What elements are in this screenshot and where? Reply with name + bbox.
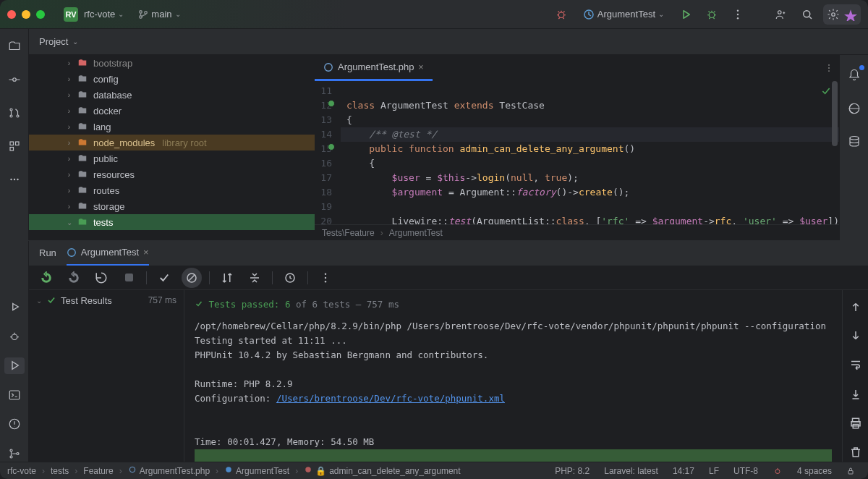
tab-close-icon[interactable]: × [419, 62, 424, 72]
rerun-failed-button[interactable] [64, 268, 84, 288]
soft-wrap-icon[interactable] [846, 355, 866, 374]
notifications-icon[interactable] [844, 65, 864, 85]
pull-requests-icon[interactable] [4, 103, 25, 123]
ai-assist-icon[interactable] [843, 7, 858, 22]
tree-item[interactable]: ›docker [29, 103, 315, 119]
status-encoding[interactable]: UTF-8 [733, 466, 758, 476]
close-icon[interactable] [7, 10, 16, 19]
scroll-down-icon[interactable] [846, 326, 866, 345]
clear-console-icon[interactable] [846, 443, 866, 462]
scroll-to-end-icon[interactable] [846, 385, 866, 404]
ai-bug-icon[interactable] [551, 4, 571, 25]
run-config-selector[interactable]: ArgumentTest ⌄ [577, 9, 670, 20]
database-tool-icon[interactable] [844, 132, 864, 152]
tree-item[interactable]: ›bootstrap [29, 55, 315, 71]
status-php[interactable]: PHP: 8.2 [555, 466, 590, 476]
debug-button[interactable] [702, 4, 722, 25]
settings-ai-group[interactable] [823, 4, 861, 25]
chevron-right-icon[interactable]: › [64, 187, 75, 195]
chevron-right-icon[interactable]: › [64, 203, 75, 211]
svg-point-14 [10, 115, 12, 117]
tree-item[interactable]: ⌄tests [29, 214, 315, 230]
test-history-button[interactable] [280, 268, 300, 288]
toggle-auto-test-button[interactable] [91, 268, 111, 288]
tree-item[interactable]: ›node_moduleslibrary root [29, 135, 315, 151]
editor-breadcrumb[interactable]: Tests\Feature › ArgumentTest [315, 224, 839, 240]
test-tree[interactable]: ⌄ Test Results 757 ms [29, 290, 184, 462]
chevron-right-icon[interactable]: › [64, 75, 75, 83]
debug-tool-icon[interactable] [4, 328, 25, 345]
svg-point-22 [325, 63, 333, 71]
project-tool-icon[interactable] [4, 36, 25, 56]
tree-item[interactable]: ›public [29, 151, 315, 166]
ai-chat-icon[interactable] [844, 98, 864, 119]
chevron-right-icon[interactable]: › [64, 91, 75, 99]
readonly-lock-icon[interactable] [846, 467, 855, 475]
tree-item-label: resources [93, 169, 135, 180]
structure-tool-icon[interactable] [4, 136, 25, 156]
gutter-run-icon[interactable] [328, 100, 335, 107]
run-button[interactable] [676, 4, 696, 25]
tree-item[interactable]: ›database [29, 87, 315, 103]
code-editor[interactable]: 1112131415161718192021 class ArgumentTes… [315, 81, 839, 224]
terminal-tool-icon[interactable] [4, 387, 25, 404]
scroll-up-icon[interactable] [846, 297, 866, 316]
tree-item[interactable]: ›storage [29, 198, 315, 214]
search-everywhere-button[interactable] [797, 4, 817, 25]
more-tools-icon[interactable] [4, 169, 25, 190]
chevron-right-icon[interactable]: › [64, 171, 75, 179]
chevron-right-icon[interactable]: › [64, 155, 75, 163]
class-icon [224, 465, 233, 476]
tree-item[interactable]: ›routes [29, 182, 315, 198]
sort-button[interactable] [217, 268, 237, 288]
gutter-run-icon[interactable] [328, 143, 335, 151]
ai-bug-status-icon[interactable] [773, 466, 783, 476]
config-link[interactable]: /Users/brentroose/Dev/rfc-vote/phpunit.x… [276, 393, 505, 404]
breadcrumb-item[interactable]: Tests\Feature [322, 228, 375, 238]
chevron-right-icon[interactable]: › [64, 59, 75, 67]
left-tool-rail [0, 29, 29, 240]
branch-selector[interactable]: main ⌄ [134, 7, 184, 21]
breadcrumb[interactable]: rfc-vote› tests› Feature› ArgumentTest.p… [7, 465, 461, 476]
print-icon[interactable] [846, 414, 866, 433]
status-line-sep[interactable]: LF [709, 466, 719, 476]
tree-item[interactable]: ›lang [29, 119, 315, 135]
tree-item[interactable]: ›resources [29, 166, 315, 182]
tab-close-icon[interactable]: × [143, 247, 149, 258]
problems-tool-icon[interactable] [4, 416, 25, 433]
chevron-right-icon[interactable]: › [64, 107, 75, 115]
more-actions-button[interactable] [728, 4, 748, 25]
inspection-ok-icon[interactable] [820, 85, 832, 97]
breadcrumb-item[interactable]: ArgumentTest [389, 228, 443, 238]
status-indent[interactable]: 4 spaces [797, 466, 832, 476]
tab-options-icon[interactable] [819, 55, 839, 81]
maximize-icon[interactable] [36, 10, 45, 19]
show-passed-button[interactable] [154, 268, 174, 288]
stop-button[interactable] [119, 268, 139, 288]
more-run-options-button[interactable] [315, 268, 336, 288]
chevron-down-icon[interactable]: ⌄ [64, 219, 75, 226]
services-icon[interactable] [4, 299, 25, 315]
minimize-icon[interactable] [22, 10, 30, 19]
chevron-right-icon[interactable]: › [64, 123, 75, 131]
project-selector[interactable]: RV rfc-vote ⌄ [59, 6, 128, 23]
code-with-me-icon[interactable] [771, 4, 791, 25]
test-results-root[interactable]: ⌄ Test Results 757 ms [29, 290, 184, 310]
run-tool-icon[interactable] [4, 357, 25, 374]
rerun-button[interactable] [36, 268, 56, 288]
status-laravel[interactable]: Laravel: latest [604, 466, 658, 476]
tree-item[interactable]: ›config [29, 71, 315, 87]
status-caret-pos[interactable]: 14:17 [673, 466, 694, 476]
expand-all-button[interactable] [244, 268, 265, 288]
tab-argumenttest[interactable]: ArgumentTest.php × [315, 55, 433, 81]
commit-tool-icon[interactable] [4, 69, 25, 90]
vcs-tool-icon[interactable] [4, 446, 25, 462]
editor-scrollbar[interactable] [832, 81, 838, 146]
chevron-right-icon[interactable]: › [64, 139, 75, 147]
chevron-down-icon[interactable]: ⌄ [72, 38, 78, 46]
run-tab-argumenttest[interactable]: ArgumentTest × [67, 241, 149, 266]
show-ignored-button[interactable] [182, 268, 202, 288]
test-console[interactable]: Tests passed: 6 of 6 tests – 757 ms /opt… [184, 290, 842, 462]
gear-icon[interactable] [826, 7, 841, 22]
project-tree[interactable]: ›bootstrap›config›database›docker›lang›n… [29, 55, 315, 240]
